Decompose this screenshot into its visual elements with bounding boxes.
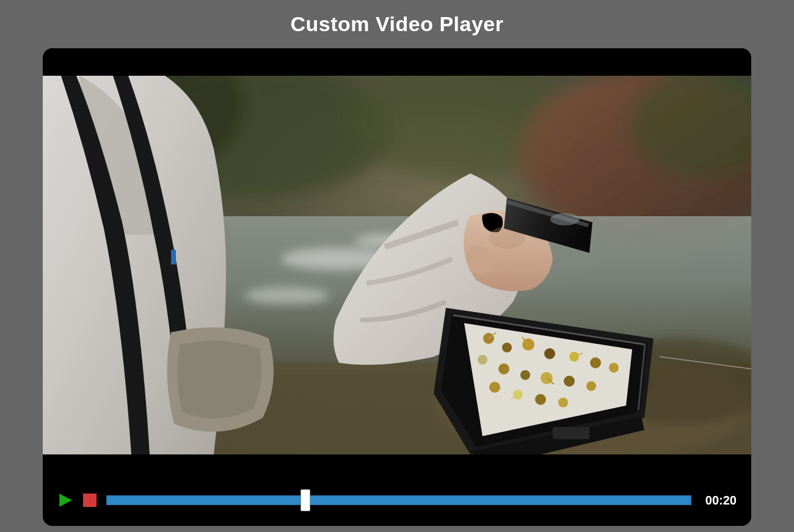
stop-icon — [83, 494, 97, 507]
svg-rect-35 — [43, 76, 751, 454]
svg-marker-36 — [59, 494, 72, 507]
video-viewport[interactable] — [43, 48, 751, 482]
progress-track — [106, 495, 691, 505]
timestamp: 00:20 — [701, 494, 737, 508]
video-frame — [43, 76, 751, 454]
video-player: 00:20 — [43, 48, 751, 526]
page-title: Custom Video Player — [0, 0, 794, 48]
play-button[interactable] — [57, 492, 73, 508]
progress-thumb[interactable] — [300, 489, 310, 511]
controls-bar: 00:20 — [43, 482, 751, 526]
play-icon — [57, 492, 73, 508]
stop-button[interactable] — [83, 494, 97, 507]
progress-bar[interactable] — [106, 490, 691, 510]
